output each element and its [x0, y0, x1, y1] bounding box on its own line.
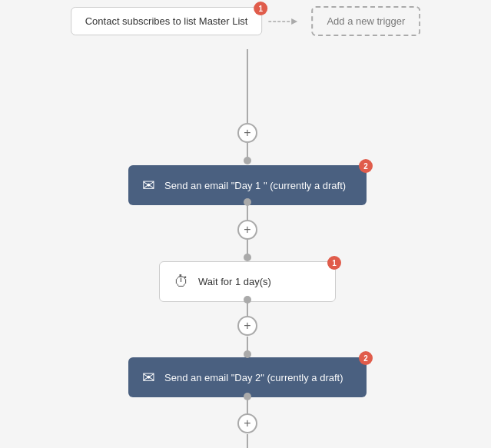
badge-trigger: 1	[254, 2, 267, 15]
add-trigger-label: Add a new trigger	[327, 15, 405, 27]
email-node-2[interactable]: 2 ✉ Send an email "Day 2" (currently a d…	[128, 357, 367, 397]
trigger-arrow	[268, 14, 299, 29]
workflow-canvas: 1 Contact subscribes to list Master List…	[0, 0, 491, 448]
email-label-1: Send an email "Day 1 " (currently a draf…	[164, 180, 346, 191]
add-trigger-node[interactable]: Add a new trigger	[311, 6, 420, 36]
badge-email1: 2	[359, 159, 373, 173]
plus-button-4[interactable]: +	[237, 413, 257, 433]
trigger-label: Contact subscribes to list Master List	[85, 15, 248, 27]
email-icon-1: ✉	[142, 176, 155, 194]
plus-button-2[interactable]: +	[237, 220, 257, 240]
connector-dot-1	[244, 157, 251, 164]
trigger-node[interactable]: 1 Contact subscribes to list Master List	[71, 7, 263, 35]
badge-wait1: 1	[327, 256, 341, 270]
wait-label-1: Wait for 1 day(s)	[198, 276, 271, 287]
email-label-2: Send an email "Day 2" (currently a draft…	[164, 372, 343, 383]
clock-icon-1: ⏱	[174, 273, 189, 290]
connector-dot-2	[244, 198, 251, 206]
connector-dot-5	[244, 350, 251, 358]
connector-dot-4	[244, 296, 251, 304]
email-icon-2: ✉	[142, 368, 155, 387]
connector-dot-6	[244, 393, 251, 400]
badge-email2: 2	[359, 351, 373, 365]
svg-marker-9	[291, 18, 297, 25]
plus-button-3[interactable]: +	[237, 316, 257, 336]
plus-button-1[interactable]: +	[237, 123, 257, 143]
connector-dot-3	[244, 254, 251, 261]
